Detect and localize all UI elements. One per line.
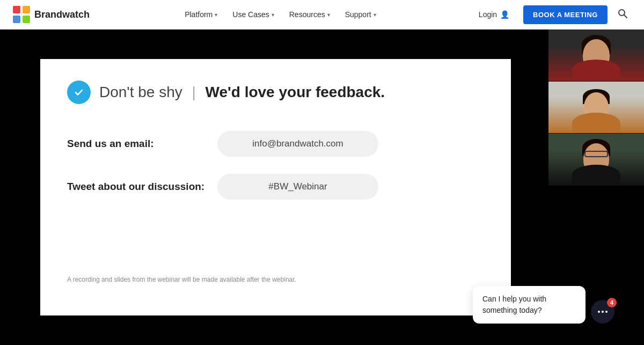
person-1-body [572,60,620,81]
resources-chevron-icon: ▾ [327,12,330,18]
platform-chevron-icon: ▾ [215,12,217,18]
nav-support[interactable]: Support ▾ [339,6,383,23]
chat-open-button[interactable]: 4 [591,300,614,324]
tweet-row: Tweet about our discussion: #BW_Webinar [67,174,484,200]
search-button[interactable] [614,5,631,25]
video-tile-person-3 [548,134,644,186]
nav-platform[interactable]: Platform ▾ [178,6,224,23]
user-icon: 👤 [500,10,509,19]
header-actions: Login 👤 BOOK A MEETING [471,5,631,25]
person-1-video [548,30,644,81]
chat-dot-1 [598,311,600,313]
nav-resources[interactable]: Resources ▾ [283,6,336,23]
logo-text: Brandwatch [34,9,90,20]
person-2-body [572,113,620,133]
chat-dot-3 [605,311,608,313]
svg-rect-2 [13,16,20,23]
person-3-body [572,165,620,185]
tweet-label: Tweet about our discussion: [67,181,217,193]
support-chevron-icon: ▾ [374,12,376,18]
slide-content: Don't be shy | We'd love your feedback. … [40,59,511,315]
person-3-video [548,134,644,185]
email-label: Send us an email: [67,138,217,150]
video-tile-person-2 [548,82,644,134]
use-cases-chevron-icon: ▾ [272,12,274,18]
login-button[interactable]: Login 👤 [471,6,517,23]
svg-line-5 [624,14,627,18]
check-circle-icon [67,80,91,104]
search-icon [617,8,628,19]
brandwatch-logo-icon [13,6,30,23]
video-tile-person-1 [548,30,644,82]
person-2-video [548,82,644,133]
email-row: Send us an email: info@brandwatch.com [67,131,484,157]
chat-dot-2 [602,311,604,313]
svg-rect-1 [23,6,30,13]
chat-message-bubble: Can I help you with something today? [473,286,586,324]
person-3-glasses [584,151,608,157]
chat-dots-icon [598,311,608,313]
main-nav: Platform ▾ Use Cases ▾ Resources ▾ Suppo… [178,6,383,23]
header: Brandwatch Platform ▾ Use Cases ▾ Resour… [0,0,644,30]
slide-black-bottom [0,315,511,345]
chat-badge: 4 [607,298,617,307]
chat-widget: Can I help you with something today? 4 [473,286,614,324]
nav-use-cases[interactable]: Use Cases ▾ [226,6,280,23]
slide-black-top [0,30,511,59]
svg-rect-3 [23,16,30,23]
checkmark-icon [73,86,85,98]
recording-note: A recording and slides from the webinar … [67,276,296,283]
email-value: info@brandwatch.com [217,131,378,157]
feedback-heading: Don't be shy | We'd love your feedback. [67,80,484,104]
tweet-value: #BW_Webinar [217,174,378,200]
svg-rect-0 [13,6,20,13]
feedback-title: Don't be shy | We'd love your feedback. [99,84,385,101]
book-meeting-button[interactable]: BOOK A MEETING [523,5,608,24]
logo-link[interactable]: Brandwatch [13,6,90,23]
webinar-area: Don't be shy | We'd love your feedback. … [0,30,548,345]
